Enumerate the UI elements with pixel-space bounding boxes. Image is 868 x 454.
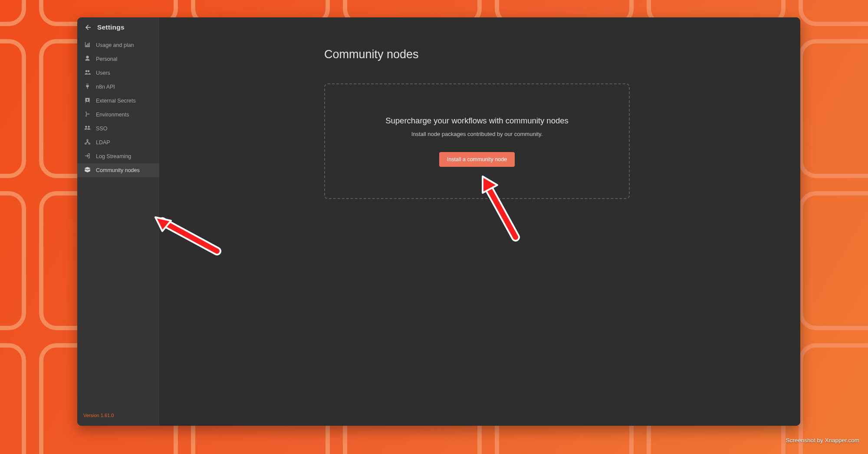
sidebar-item-label: LDAP [96,139,110,146]
chart-icon [84,41,91,49]
sidebar-item-log[interactable]: Log Streaming [77,149,159,163]
sidebar-item-label: External Secrets [96,98,136,104]
sidebar-item-sso[interactable]: SSO [77,122,159,136]
sidebar-item-label: n8n API [96,84,115,90]
install-community-node-button[interactable]: Install a community node [439,152,515,167]
sidebar-item-label: Users [96,70,110,76]
empty-state-title: Supercharge your workflows with communit… [385,116,569,126]
sidebar-item-personal[interactable]: Personal [77,52,159,66]
arrow-left-icon[interactable] [84,23,92,31]
sso-icon [84,125,91,133]
sidebar-item-label: Community nodes [96,167,140,173]
sidebar-item-ldap[interactable]: LDAP [77,136,159,149]
empty-state-subtitle: Install node packages contributed by our… [411,131,543,137]
page-title: Community nodes [324,48,419,61]
sidebar-item-api[interactable]: n8n API [77,80,159,94]
login-icon [84,152,91,160]
sidebar-item-label: Environments [96,112,129,118]
sidebar-header: Settings [77,17,159,36]
sidebar-item-users[interactable]: Users [77,66,159,80]
sidebar-item-label: Personal [96,56,117,62]
sidebar-nav: Usage and planPersonalUsersn8n APIExtern… [77,36,159,177]
users-icon [84,69,91,77]
network-icon [84,139,91,146]
version-label: Version 1.61.0 [77,413,159,426]
community-nodes-empty-state: Supercharge your workflows with communit… [324,83,630,199]
plug-icon [84,83,91,91]
screenshot-watermark: Screenshot by Xnapper.com [786,437,859,444]
sidebar-item-community[interactable]: Community nodes [77,163,159,177]
vault-icon [84,97,91,105]
sidebar-item-label: SSO [96,126,107,132]
sidebar-item-secrets[interactable]: External Secrets [77,94,159,108]
box-open-icon [84,166,91,174]
settings-sidebar: Settings Usage and planPersonalUsersn8n … [77,17,159,426]
main-content: Community nodes Supercharge your workflo… [159,17,800,426]
person-icon [84,55,91,63]
app-window: Settings Usage and planPersonalUsersn8n … [77,17,800,426]
sidebar-item-env[interactable]: Environments [77,108,159,122]
sidebar-item-usage[interactable]: Usage and plan [77,38,159,52]
settings-title: Settings [97,23,125,31]
branch-icon [84,111,91,119]
sidebar-item-label: Log Streaming [96,153,131,159]
sidebar-item-label: Usage and plan [96,42,134,48]
